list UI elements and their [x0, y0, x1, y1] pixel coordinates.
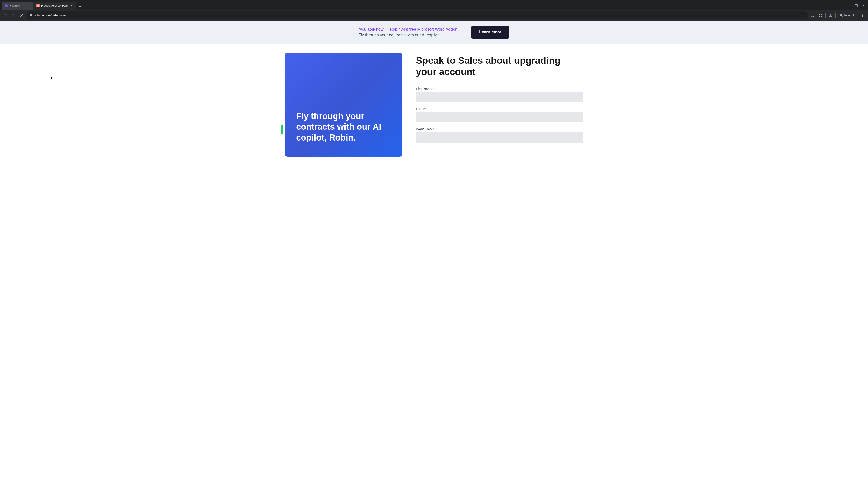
incognito-indicator: Incognito	[837, 13, 859, 18]
svg-text:R: R	[5, 4, 7, 7]
last-name-input[interactable]	[416, 112, 583, 123]
window-controls: — ❐ ✕	[846, 3, 866, 8]
contact-form-area: Speak to Sales about upgrading your acco…	[416, 53, 583, 147]
main-content: Fly through your contracts with our AI c…	[276, 43, 592, 157]
svg-rect-6	[30, 15, 32, 17]
svg-rect-7	[819, 14, 820, 15]
tab-robin-ai-label: Robin AI	[9, 4, 26, 7]
address-bar-row: robinai.com/get-in-touch	[0, 10, 868, 21]
forward-button[interactable]	[10, 12, 17, 19]
svg-rect-10	[820, 15, 822, 17]
last-name-required: *	[432, 107, 434, 111]
svg-rect-8	[820, 14, 822, 15]
first-name-label: First Name*	[416, 87, 583, 91]
work-email-group: Work Email*	[416, 127, 583, 142]
incognito-label: Incognito	[844, 14, 856, 17]
banner-headline: Available now — Robin AI's free Microsof…	[359, 27, 458, 32]
new-tab-button[interactable]: +	[77, 3, 84, 10]
form-title: Speak to Sales about upgrading your acco…	[416, 55, 583, 78]
extensions-button[interactable]	[817, 12, 824, 19]
secure-icon	[29, 13, 33, 18]
address-bar[interactable]: robinai.com/get-in-touch	[26, 11, 808, 20]
robin-ai-tab-icon: R	[4, 4, 8, 7]
tab-bar: R Robin AI ✕ H Product Hubspot Form ✕	[2, 2, 844, 10]
browser-chrome: R Robin AI ✕ H Product Hubspot Form ✕	[0, 0, 868, 21]
tab-robin-ai[interactable]: R Robin AI ✕	[2, 2, 33, 10]
svg-point-14	[862, 16, 863, 17]
hero-card: Fly through your contracts with our AI c…	[285, 53, 402, 157]
banner-subtext: Fly through your contracts with our AI c…	[359, 33, 458, 37]
reload-button[interactable]	[18, 12, 25, 19]
address-bar-actions: Incognito	[809, 12, 866, 19]
bookmark-button[interactable]	[809, 12, 816, 19]
tab-hubspot-close[interactable]: ✕	[70, 4, 73, 7]
address-url: robinai.com/get-in-touch	[34, 13, 805, 17]
svg-point-12	[862, 14, 863, 15]
svg-point-13	[862, 15, 863, 16]
first-name-required: *	[432, 87, 434, 91]
green-indicator	[281, 125, 283, 134]
download-button[interactable]	[827, 12, 834, 19]
announcement-banner: Available now — Robin AI's free Microsof…	[0, 21, 868, 43]
close-button[interactable]: ✕	[861, 3, 866, 8]
more-menu-button[interactable]	[859, 12, 866, 19]
tab-robin-ai-close[interactable]: ✕	[27, 4, 31, 7]
work-email-input[interactable]	[416, 132, 583, 142]
back-button[interactable]	[2, 12, 9, 19]
toolbar-divider-2	[835, 13, 836, 18]
tab-hubspot-form[interactable]: H Product Hubspot Form ✕	[33, 2, 76, 10]
last-name-group: Last Name*	[416, 107, 583, 123]
page-content: Available now — Robin AI's free Microsof…	[0, 21, 868, 157]
minimize-button[interactable]: —	[846, 3, 852, 8]
toolbar-divider	[825, 13, 826, 18]
work-email-required: *	[433, 127, 434, 131]
svg-text:H: H	[37, 5, 39, 7]
last-name-label: Last Name*	[416, 107, 583, 111]
work-email-label: Work Email*	[416, 127, 583, 131]
first-name-group: First Name*	[416, 87, 583, 102]
first-name-input[interactable]	[416, 92, 583, 102]
card-bottom-line	[296, 152, 391, 152]
browser-titlebar: R Robin AI ✕ H Product Hubspot Form ✕	[0, 0, 868, 10]
tab-hubspot-label: Product Hubspot Form	[41, 4, 68, 7]
banner-text: Available now — Robin AI's free Microsof…	[359, 27, 458, 37]
learn-more-button[interactable]: Learn more	[471, 26, 509, 39]
hubspot-tab-icon: H	[36, 4, 40, 7]
hero-card-text: Fly through your contracts with our AI c…	[296, 111, 391, 143]
maximize-button[interactable]: ❐	[854, 3, 859, 8]
svg-rect-9	[819, 15, 820, 17]
